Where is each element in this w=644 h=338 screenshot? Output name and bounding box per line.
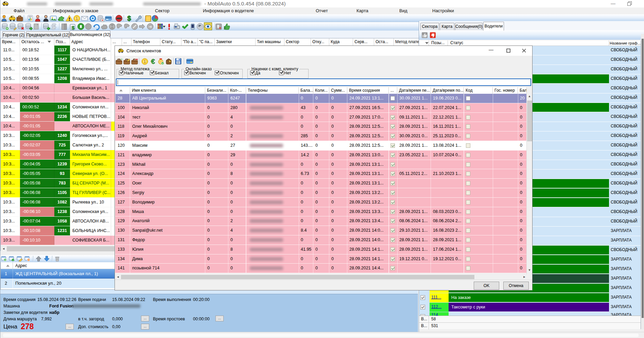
- svg-text:$: $: [72, 25, 75, 30]
- svg-text:+: +: [121, 58, 123, 62]
- svg-text:1: 1: [144, 60, 146, 64]
- svg-text:€: €: [151, 58, 155, 65]
- svg-text:$: $: [127, 15, 131, 22]
- svg-text:+: +: [162, 62, 163, 65]
- svg-text:+: +: [4, 259, 6, 262]
- svg-text:1: 1: [76, 17, 78, 20]
